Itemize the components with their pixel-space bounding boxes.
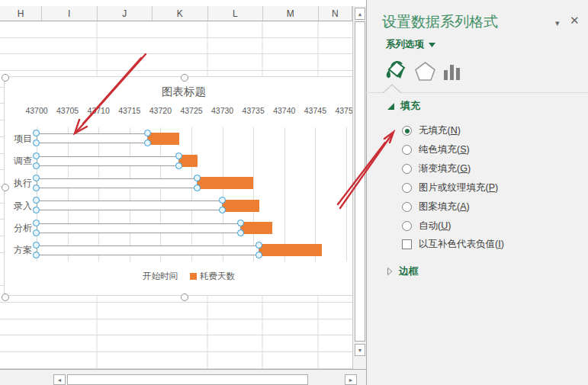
- axis-tick-label[interactable]: 43705: [51, 106, 85, 115]
- chart-selection-handle[interactable]: [2, 74, 9, 82]
- radio-P[interactable]: [402, 183, 412, 193]
- pane-dropdown-icon[interactable]: ▾: [555, 18, 560, 28]
- axis-tick-label[interactable]: 43735: [236, 106, 270, 115]
- series-selection-handle[interactable]: [33, 220, 40, 226]
- axis-tick-label[interactable]: 43700: [20, 106, 53, 115]
- radio-G[interactable]: [402, 164, 412, 174]
- chart-selection-handle[interactable]: [2, 294, 9, 301]
- invert-negative-checkbox-row[interactable]: 以互补色代表负值(I): [402, 238, 504, 251]
- category-label[interactable]: 项目: [6, 133, 32, 146]
- radio-A[interactable]: [402, 202, 412, 212]
- series-selection-handle[interactable]: [255, 252, 262, 258]
- vertical-scroll-thumb[interactable]: [355, 21, 365, 342]
- series-selection-handle[interactable]: [33, 152, 40, 159]
- start-bar[interactable]: [37, 223, 241, 233]
- scroll-down-button[interactable]: ▼: [355, 344, 365, 356]
- fill-option-G[interactable]: 渐变填充(G): [402, 162, 471, 175]
- category-label[interactable]: 分析: [6, 222, 32, 235]
- axis-tick-label[interactable]: 43740: [268, 106, 301, 115]
- tab-fill-and-line[interactable]: [384, 58, 408, 85]
- column-header-M[interactable]: M: [263, 6, 319, 21]
- horizontal-scrollbar[interactable]: ◄ ►: [0, 369, 366, 385]
- duration-bar[interactable]: [148, 133, 179, 145]
- series-selection-handle[interactable]: [219, 197, 226, 204]
- legend-item[interactable]: 耗费天数: [190, 271, 235, 282]
- start-bar[interactable]: [37, 156, 179, 166]
- border-section-header[interactable]: 边框: [387, 265, 419, 278]
- column-header-K[interactable]: K: [153, 6, 208, 21]
- series-options-dropdown[interactable]: 系列选项: [386, 38, 435, 51]
- invert-negative-checkbox[interactable]: [402, 239, 412, 249]
- axis-tick-label[interactable]: 43725: [175, 106, 208, 115]
- fill-option-label[interactable]: 图片或纹理填充(P): [419, 181, 498, 194]
- column-header-N[interactable]: N: [319, 6, 353, 21]
- fill-option-S[interactable]: 纯色填充(S): [402, 143, 470, 156]
- start-bar[interactable]: [37, 133, 148, 143]
- chart-selection-handle[interactable]: [181, 74, 188, 82]
- checkbox-label[interactable]: 以互补色代表负值(I): [419, 238, 504, 251]
- fill-option-A[interactable]: 图案填充(A): [402, 201, 470, 213]
- fill-option-label[interactable]: 图案填充(A): [419, 201, 470, 213]
- axis-tick-label[interactable]: 43730: [206, 106, 239, 115]
- chart-legend[interactable]: 开始时间耗费天数: [5, 271, 363, 282]
- fill-option-label[interactable]: 渐变填充(G): [419, 162, 471, 175]
- duration-bar[interactable]: [241, 222, 272, 234]
- series-selection-handle[interactable]: [194, 175, 201, 181]
- series-selection-handle[interactable]: [175, 162, 182, 169]
- legend-item[interactable]: 开始时间: [133, 271, 178, 282]
- chart-selection-handle[interactable]: [2, 184, 9, 191]
- series-selection-handle[interactable]: [33, 252, 40, 258]
- column-header-J[interactable]: J: [98, 6, 153, 21]
- fill-section-header[interactable]: 填充: [387, 99, 420, 113]
- scroll-right-button[interactable]: ►: [345, 374, 357, 385]
- category-label[interactable]: 执行: [6, 177, 32, 190]
- start-bar[interactable]: [37, 245, 259, 255]
- category-label[interactable]: 方案: [6, 244, 32, 257]
- series-selection-handle[interactable]: [144, 140, 151, 146]
- axis-tick-label[interactable]: 43720: [143, 106, 177, 115]
- vertical-scrollbar[interactable]: ▲ ▼: [352, 6, 366, 369]
- duration-bar[interactable]: [223, 200, 260, 212]
- column-header-I[interactable]: I: [42, 6, 98, 21]
- category-label[interactable]: 录入: [6, 200, 32, 213]
- category-label[interactable]: 调查: [6, 155, 32, 168]
- scroll-left-button[interactable]: ◄: [53, 374, 66, 385]
- series-selection-handle[interactable]: [33, 162, 40, 169]
- series-selection-handle[interactable]: [33, 175, 40, 181]
- axis-tick-label[interactable]: 43745: [298, 106, 332, 115]
- radio-S[interactable]: [402, 145, 412, 155]
- column-header-L[interactable]: L: [208, 6, 264, 21]
- axis-tick-label[interactable]: 43715: [113, 106, 146, 115]
- series-selection-handle[interactable]: [33, 207, 40, 213]
- series-selection-handle[interactable]: [194, 184, 201, 191]
- start-bar[interactable]: [37, 178, 198, 188]
- series-selection-handle[interactable]: [33, 242, 40, 249]
- fill-option-P[interactable]: 图片或纹理填充(P): [402, 181, 498, 194]
- series-selection-handle[interactable]: [33, 229, 40, 236]
- duration-bar[interactable]: [259, 244, 321, 256]
- horizontal-scroll-thumb[interactable]: [67, 374, 308, 385]
- series-selection-handle[interactable]: [175, 152, 182, 159]
- start-bar[interactable]: [37, 201, 223, 210]
- chart-area[interactable]: 图表标题 开始时间耗费天数 43700437054371043715437204…: [4, 76, 362, 296]
- fill-option-label[interactable]: 自动(U): [419, 220, 451, 233]
- series-selection-handle[interactable]: [33, 184, 40, 191]
- series-selection-handle[interactable]: [33, 140, 40, 146]
- tab-series-options[interactable]: [443, 63, 462, 84]
- chart-selection-handle[interactable]: [181, 294, 188, 301]
- pane-close-icon[interactable]: ✕: [570, 14, 580, 27]
- series-selection-handle[interactable]: [237, 220, 244, 226]
- radio-N[interactable]: [402, 126, 412, 136]
- scroll-up-button[interactable]: ▲: [355, 8, 365, 20]
- series-selection-handle[interactable]: [219, 207, 226, 213]
- chart-title[interactable]: 图表标题: [5, 85, 363, 99]
- axis-tick-label[interactable]: 43710: [82, 106, 115, 115]
- column-header-H[interactable]: H: [0, 6, 42, 21]
- fill-option-label[interactable]: 纯色填充(S): [419, 143, 470, 156]
- duration-bar[interactable]: [198, 177, 253, 189]
- radio-U[interactable]: [402, 221, 412, 231]
- series-selection-handle[interactable]: [237, 229, 244, 236]
- fill-option-U[interactable]: 自动(U): [402, 220, 451, 233]
- tab-effects[interactable]: [415, 61, 435, 85]
- fill-option-N[interactable]: 无填充(N): [402, 124, 461, 137]
